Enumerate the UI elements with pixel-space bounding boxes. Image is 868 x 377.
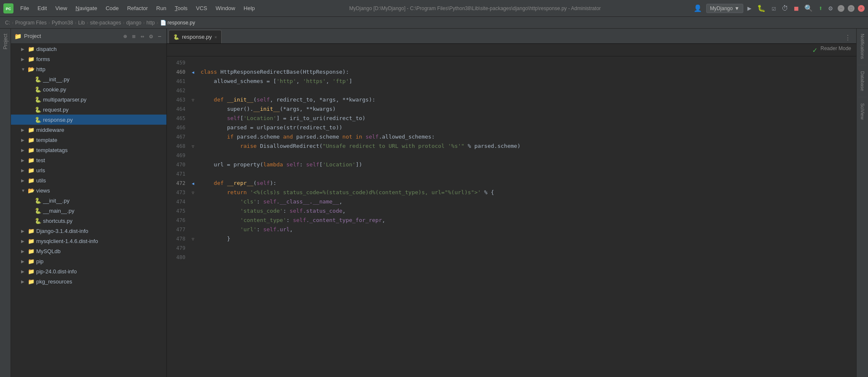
project-panel-tab[interactable]: Project <box>0 29 11 377</box>
fold-icon-478[interactable]: ▽ <box>192 237 194 241</box>
tree-item-pkg-resources[interactable]: ▶ 📁 pkg_resources <box>11 276 166 286</box>
code-line-476: 'content_type': self._content_type_for_r… <box>197 216 856 225</box>
menu-view[interactable]: View <box>52 3 70 13</box>
tree-item-label: middleware <box>36 127 64 133</box>
tree-item-response-py[interactable]: 🐍 response.py <box>11 115 166 125</box>
right-tab-sciview[interactable]: SciView <box>858 100 867 123</box>
maximize-button[interactable]: □ <box>848 5 855 12</box>
str-location: 'Location' <box>244 114 276 123</box>
paren-close: ): <box>343 67 349 77</box>
line-num-460: 460 <box>170 67 185 77</box>
tree-item-forms[interactable]: ▶ 📁 forms <box>11 54 166 64</box>
reader-mode-button[interactable]: Reader Mode <box>820 45 851 54</box>
arrow-icon: ▶ <box>21 57 26 61</box>
tree-item-pip-dist[interactable]: ▶ 📁 pip-24.0.dist-info <box>11 266 166 276</box>
settings-icon[interactable]: ⚙ <box>827 3 834 13</box>
breadcrumb-django[interactable]: django <box>126 20 141 26</box>
menu-edit[interactable]: Edit <box>34 3 50 13</box>
update-icon[interactable]: ⬆ <box>817 3 825 13</box>
menu-help[interactable]: Help <box>240 3 258 13</box>
tree-item-cookie-py[interactable]: 🐍 cookie.py <box>11 84 166 94</box>
close-button[interactable]: × <box>858 5 865 12</box>
comma-476: , <box>382 216 385 225</box>
expand-icon[interactable]: ⇔ <box>139 32 146 40</box>
tree-item-pip[interactable]: ▶ 📁 pip <box>11 256 166 266</box>
kw-def-472: def <box>214 179 227 188</box>
tree-item-urls[interactable]: ▶ 📁 urls <box>11 165 166 175</box>
minimize-icon[interactable]: − <box>156 32 163 40</box>
exc-class: DisallowedRedirect <box>260 142 319 151</box>
tree-item-templatetags[interactable]: ▶ 📁 templatetags <box>11 145 166 155</box>
tree-item-request-py[interactable]: 🐍 request.py <box>11 104 166 115</box>
editor-tab-response-py[interactable]: 🐍 response.py × <box>169 30 222 43</box>
tree-item-template[interactable]: ▶ 📁 template <box>11 135 166 145</box>
profile-icon[interactable]: ⏱ <box>780 3 790 13</box>
minimize-button[interactable]: − <box>838 5 844 12</box>
breadcrumb-file[interactable]: 📄response.py <box>160 20 195 26</box>
fold-icon-468[interactable]: ▽ <box>192 144 194 149</box>
gutter-470 <box>189 160 197 169</box>
fold-icon-463[interactable]: ▽ <box>192 98 194 102</box>
sidebar-title: Project <box>24 33 119 39</box>
right-tab-notifications[interactable]: Notifications <box>858 30 867 62</box>
fold-icon-473[interactable]: ▽ <box>192 190 194 195</box>
tree-item-init-py[interactable]: 🐍 __init__.py <box>11 74 166 84</box>
tree-item-mysql-dist[interactable]: ▶ 📁 mysqlclient-1.4.6.dist-info <box>11 236 166 246</box>
menu-refactor[interactable]: Refactor <box>124 3 151 13</box>
comma2: , <box>326 77 332 86</box>
menu-code[interactable]: Code <box>102 3 122 13</box>
folder-icon: 📁 <box>28 56 35 62</box>
code-content[interactable]: class HttpResponseRedirectBase(HttpRespo… <box>197 56 856 377</box>
user-icon[interactable]: 👤 <box>692 3 704 13</box>
menu-file[interactable]: File <box>17 3 32 13</box>
self-lambda: self <box>287 160 300 169</box>
tree-item-mysqldb[interactable]: ▶ 📁 MySQLdb <box>11 246 166 256</box>
breadcrumb-http[interactable]: http <box>147 20 155 26</box>
coverage-icon[interactable]: ☑ <box>770 3 777 13</box>
project-label[interactable]: Project <box>1 32 10 51</box>
collapse-all-icon[interactable]: ≡ <box>130 32 137 40</box>
tree-item-views-main[interactable]: 🐍 __main__.py <box>11 206 166 216</box>
debug-icon[interactable]: 🐛 <box>755 3 767 13</box>
add-icon[interactable]: ⊕ <box>122 32 129 40</box>
menu-run[interactable]: Run <box>153 3 170 13</box>
breadcrumb-lib[interactable]: Lib <box>78 20 85 26</box>
line-num-477: 477 <box>170 225 185 234</box>
menu-vcs[interactable]: VCS <box>193 3 211 13</box>
tree-item-middleware[interactable]: ▶ 📁 middleware <box>11 125 166 135</box>
breadcrumb-program-files[interactable]: Program Files <box>15 20 47 26</box>
tree-item-shortcuts[interactable]: 🐍 shortcuts.py <box>11 216 166 226</box>
tree-item-multipartparser-py[interactable]: 🐍 multipartparser.py <box>11 94 166 104</box>
menu-tools[interactable]: Tools <box>171 3 191 13</box>
menu-window[interactable]: Window <box>212 3 238 13</box>
run-icon[interactable]: ▶ <box>746 3 753 13</box>
tree-item-label: __main__.py <box>43 208 74 214</box>
tree-item-dispatch[interactable]: ▶ 📁 dispatch <box>11 44 166 54</box>
paren-r2: (redirect_to)) <box>296 123 343 132</box>
code-editor[interactable]: 459 460 461 462 463 464 465 466 467 468 … <box>167 56 856 377</box>
tab-options-button[interactable]: ⋮ <box>841 32 855 43</box>
tree-item-views[interactable]: ▼ 📂 views <box>11 185 166 195</box>
search-icon[interactable]: 🔍 <box>803 3 814 13</box>
breadcrumb-python38[interactable]: Python38 <box>52 20 73 26</box>
tree-item-views-init[interactable]: 🐍 __init__.py <box>11 195 166 206</box>
breadcrumb-drive[interactable]: C: <box>5 20 10 26</box>
gear-icon[interactable]: ⚙ <box>147 32 154 40</box>
menu-navigate[interactable]: Navigate <box>72 3 100 13</box>
tab-close-button[interactable]: × <box>214 35 217 40</box>
folder-icon: 📁 <box>28 258 35 265</box>
right-tab-database[interactable]: Database <box>858 68 867 94</box>
tree-item-utils[interactable]: ▶ 📁 utils <box>11 175 166 185</box>
breadcrumb-site-packages[interactable]: site-packages <box>90 20 121 26</box>
tree-item-http[interactable]: ▼ 📂 http <box>11 64 166 74</box>
stop-icon[interactable]: ■ <box>793 3 800 13</box>
python-file-icon: 🐍 <box>35 86 41 93</box>
tree-item-test[interactable]: ▶ 📁 test <box>11 155 166 165</box>
gutter-478: ▽ <box>189 234 197 243</box>
gutter-460[interactable]: ◀ <box>189 67 197 77</box>
str-format: '<%(cls)s status_code=%(status_code)d%(c… <box>250 188 481 197</box>
breadcrumb-sep-7: › <box>157 20 158 26</box>
gutter-479 <box>189 243 197 253</box>
tree-item-django-dist[interactable]: ▶ 📁 Django-3.1.4.dist-info <box>11 226 166 236</box>
project-selector[interactable]: MyDjango ▼ <box>706 4 743 13</box>
